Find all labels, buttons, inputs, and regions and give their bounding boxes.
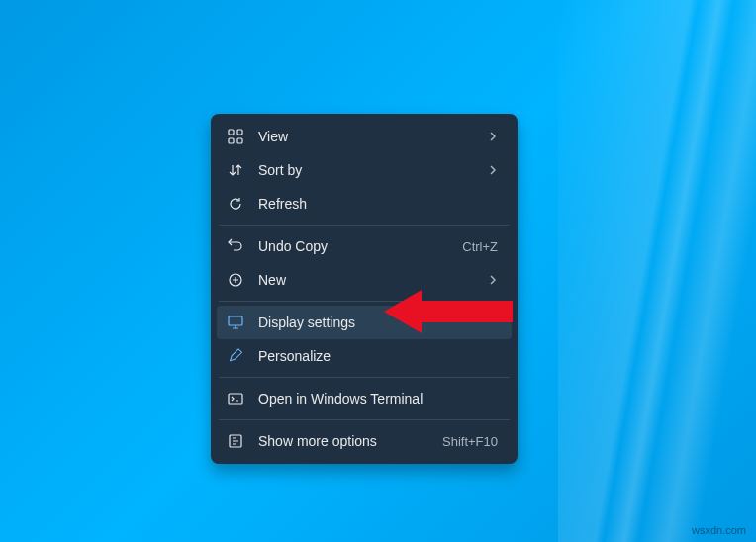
menu-item-show-more[interactable]: Show more options Shift+F10	[217, 424, 512, 458]
menu-item-personalize[interactable]: Personalize	[217, 339, 512, 373]
menu-separator	[219, 377, 510, 378]
chevron-right-icon	[488, 272, 498, 288]
menu-label: Sort by	[258, 162, 488, 178]
svg-rect-5	[229, 316, 242, 325]
menu-separator	[219, 419, 510, 420]
svg-rect-6	[229, 394, 242, 404]
annotation-arrow	[384, 290, 513, 333]
menu-label: Refresh	[258, 196, 502, 212]
menu-label: Undo Copy	[258, 238, 462, 254]
menu-item-terminal[interactable]: Open in Windows Terminal	[217, 382, 512, 415]
menu-label: Show more options	[258, 433, 442, 449]
svg-rect-2	[229, 138, 234, 143]
svg-marker-8	[384, 290, 513, 333]
menu-label: New	[258, 272, 488, 288]
menu-label: View	[258, 129, 488, 144]
svg-rect-0	[229, 130, 234, 135]
display-icon	[227, 314, 244, 331]
svg-rect-3	[237, 138, 242, 143]
refresh-icon	[227, 195, 244, 213]
chevron-right-icon	[488, 162, 498, 178]
desktop-context-menu: View Sort by Refresh Undo Copy	[211, 114, 518, 464]
svg-rect-1	[237, 130, 242, 135]
menu-item-view[interactable]: View	[217, 120, 512, 153]
menu-shortcut: Ctrl+Z	[462, 239, 498, 254]
menu-item-sortby[interactable]: Sort by	[217, 153, 512, 187]
watermark: wsxdn.com	[692, 524, 746, 536]
menu-item-undo-copy[interactable]: Undo Copy Ctrl+Z	[217, 229, 512, 263]
terminal-icon	[227, 390, 244, 407]
personalize-icon	[227, 347, 244, 365]
menu-shortcut: Shift+F10	[442, 434, 498, 449]
menu-label: Open in Windows Terminal	[258, 391, 502, 406]
new-icon	[227, 271, 244, 289]
view-icon	[227, 128, 244, 145]
wallpaper-light-rays	[558, 0, 756, 542]
menu-label: Personalize	[258, 348, 502, 364]
more-options-icon	[227, 432, 244, 450]
sort-icon	[227, 161, 244, 179]
menu-separator	[219, 225, 510, 226]
menu-item-refresh[interactable]: Refresh	[217, 187, 512, 221]
undo-icon	[227, 237, 244, 255]
chevron-right-icon	[488, 129, 498, 144]
